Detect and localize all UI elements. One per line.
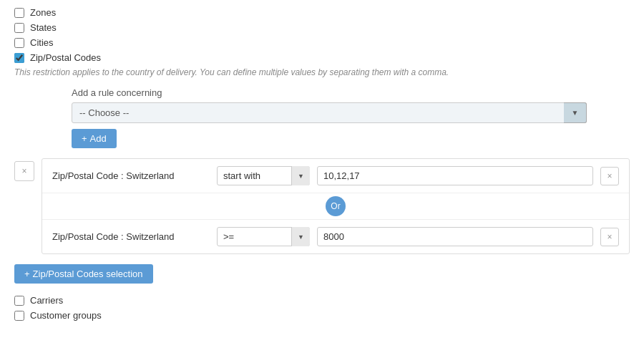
add-rule-button[interactable]: + Add [72, 129, 117, 148]
zones-label: Zones [30, 7, 56, 18]
zip-selection-button[interactable]: + Zip/Postal Codes selection [14, 264, 153, 284]
add-button-label: Add [90, 133, 107, 144]
times-icon: × [607, 171, 612, 181]
choose-select[interactable]: -- Choose -- [72, 102, 587, 123]
or-divider: Or [42, 193, 629, 220]
checkbox-customer-groups: Customer groups [14, 310, 630, 321]
checkbox-cities: Cities [14, 37, 630, 48]
remove-outer-button[interactable]: × [14, 161, 34, 181]
plus-icon: + [82, 133, 87, 144]
zip-selection-label: Zip/Postal Codes selection [33, 268, 143, 279]
times-icon: × [21, 166, 26, 176]
checkbox-zones: Zones [14, 7, 630, 18]
states-label: States [30, 22, 57, 33]
or-badge: Or [326, 196, 346, 216]
zip-label: Zip/Postal Codes [30, 52, 101, 63]
rule-1-label: Zip/Postal Code : Switzerland [52, 170, 210, 181]
add-rule-section: Add a rule concerning -- Choose -- ▼ + A… [72, 87, 630, 148]
carriers-label: Carriers [30, 295, 63, 306]
rule-2-operator-wrapper: >= start with contains <= ▼ [217, 227, 310, 246]
customer-groups-checkbox[interactable] [14, 311, 24, 321]
choose-select-wrapper: -- Choose -- ▼ [72, 102, 587, 123]
rule-2-label: Zip/Postal Code : Switzerland [52, 231, 210, 242]
times-icon: × [607, 232, 612, 242]
add-rule-label: Add a rule concerning [72, 87, 630, 98]
bottom-checkboxes: Carriers Customer groups [14, 295, 630, 321]
rules-box: Zip/Postal Code : Switzerland start with… [42, 158, 630, 254]
carriers-checkbox[interactable] [14, 296, 24, 306]
cities-checkbox[interactable] [14, 38, 24, 48]
checkbox-zip: Zip/Postal Codes [14, 52, 630, 63]
rule-1-remove-button[interactable]: × [600, 167, 619, 185]
rules-container: × Zip/Postal Code : Switzerland start wi… [14, 158, 630, 254]
customer-groups-label: Customer groups [30, 310, 102, 321]
rule-2-operator-select[interactable]: >= start with contains <= [217, 227, 310, 246]
zip-checkbox[interactable] [14, 53, 24, 63]
states-checkbox[interactable] [14, 23, 24, 33]
rule-1-operator-select[interactable]: start with contains >= <= [217, 166, 310, 185]
plus-icon: + [24, 268, 30, 279]
hint-text: This restriction applies to the country … [14, 67, 630, 77]
rule-2-remove-button[interactable]: × [600, 228, 619, 246]
rule-row-1: Zip/Postal Code : Switzerland start with… [42, 159, 629, 193]
rule-1-operator-wrapper: start with contains >= <= ▼ [217, 166, 310, 185]
rule-row-2: Zip/Postal Code : Switzerland >= start w… [42, 220, 629, 253]
rule-2-value-input[interactable] [317, 227, 593, 246]
zones-checkbox[interactable] [14, 8, 24, 18]
rule-1-value-input[interactable] [317, 166, 593, 185]
checkbox-carriers: Carriers [14, 295, 630, 306]
cities-label: Cities [30, 37, 54, 48]
checkbox-states: States [14, 22, 630, 33]
